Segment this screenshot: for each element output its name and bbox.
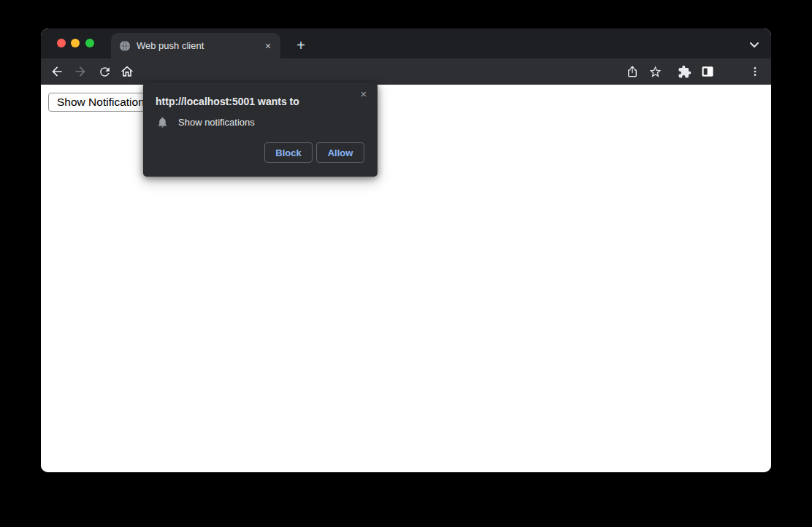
forward-button[interactable] xyxy=(70,61,91,82)
extensions-puzzle-icon[interactable] xyxy=(674,61,694,82)
dialog-title: http://localhost:5001 wants to xyxy=(156,96,299,107)
tab-strip: Web push client × + xyxy=(41,28,771,58)
show-notifications-button[interactable]: Show Notifications xyxy=(48,93,159,112)
menu-dots-icon[interactable] xyxy=(745,61,765,82)
allow-button[interactable]: Allow xyxy=(316,142,364,163)
window-minimize-button[interactable] xyxy=(71,39,80,47)
bookmark-star-icon[interactable] xyxy=(645,61,665,82)
window-zoom-button[interactable] xyxy=(85,39,94,47)
block-button[interactable]: Block xyxy=(264,142,313,163)
tab-title: Web push client xyxy=(137,40,261,51)
window-close-button[interactable] xyxy=(57,39,66,47)
back-button[interactable] xyxy=(47,61,67,82)
notification-permission-dialog: × http://localhost:5001 wants to Show no… xyxy=(143,82,378,177)
new-tab-button[interactable]: + xyxy=(292,36,310,54)
tab-close-icon[interactable]: × xyxy=(261,39,275,53)
reload-button[interactable] xyxy=(94,61,115,82)
permission-request-row: Show notifications xyxy=(156,116,255,128)
home-button[interactable] xyxy=(117,61,137,82)
browser-window: Web push client × + xyxy=(41,28,771,472)
side-panel-icon[interactable] xyxy=(697,61,718,82)
tab-web-push-client[interactable]: Web push client × xyxy=(111,33,280,58)
browser-toolbar: localhost:5001 xyxy=(41,58,771,85)
chevron-down-icon[interactable] xyxy=(746,37,762,52)
globe-favicon-icon xyxy=(119,40,131,52)
dialog-close-icon[interactable]: × xyxy=(356,86,371,101)
bell-icon xyxy=(156,116,169,128)
permission-request-text: Show notifications xyxy=(178,117,255,128)
share-icon[interactable] xyxy=(622,61,643,82)
